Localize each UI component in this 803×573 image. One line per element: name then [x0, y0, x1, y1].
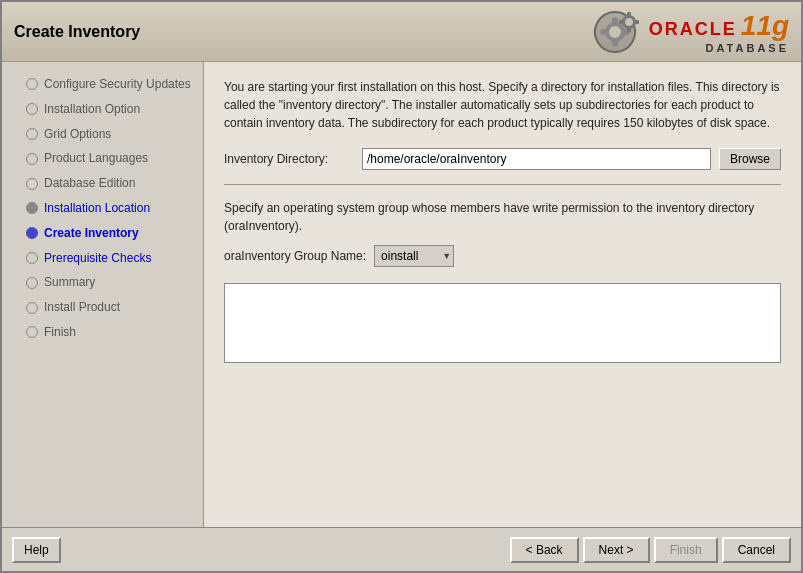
step-indicator [26, 227, 38, 239]
step-indicator [26, 277, 38, 289]
page-title: Create Inventory [14, 23, 140, 41]
oracle-brand-label: ORACLE [649, 19, 737, 40]
svg-rect-13 [627, 12, 631, 16]
body-area: Configure Security Updates Installation … [2, 62, 801, 527]
step-indicator [26, 78, 38, 90]
gear-icon [589, 6, 641, 58]
log-panel [224, 283, 781, 363]
oracle-logo: ORACLE 11g DATABASE [589, 6, 789, 58]
oracle-version-label: 11g [741, 10, 789, 42]
sidebar-item-label: Product Languages [44, 150, 148, 167]
sidebar-item-create-inventory[interactable]: Create Inventory [2, 221, 203, 246]
step-indicator [26, 178, 38, 190]
sidebar-item-database-edition: Database Edition [2, 171, 203, 196]
back-button[interactable]: < Back [510, 537, 579, 563]
step-indicator [26, 153, 38, 165]
group-description: Specify an operating system group whose … [224, 199, 781, 235]
step-indicator [26, 326, 38, 338]
svg-rect-16 [635, 20, 639, 24]
sidebar-item-installation-option: Installation Option [2, 97, 203, 122]
step-indicator [26, 103, 38, 115]
sidebar-item-summary: Summary [2, 270, 203, 295]
sidebar-item-label: Summary [44, 274, 95, 291]
section-divider [224, 184, 781, 185]
sidebar-item-grid-options: Grid Options [2, 122, 203, 147]
help-button[interactable]: Help [12, 537, 61, 563]
svg-rect-15 [619, 20, 623, 24]
sidebar-item-label: Installation Option [44, 101, 140, 118]
oracle-db-label: DATABASE [706, 42, 789, 54]
content-description: You are starting your first installation… [224, 78, 781, 132]
step-indicator [26, 128, 38, 140]
main-window: Create Inventory [0, 0, 803, 573]
footer-right: < Back Next > Finish Cancel [510, 537, 791, 563]
sidebar-item-install-product: Install Product [2, 295, 203, 320]
sidebar: Configure Security Updates Installation … [2, 62, 204, 527]
sidebar-item-installation-location[interactable]: Installation Location [2, 196, 203, 221]
sidebar-item-finish: Finish [2, 320, 203, 345]
group-name-select[interactable]: oinstall dba oper [374, 245, 454, 267]
svg-point-2 [609, 26, 621, 38]
footer: Help < Back Next > Finish Cancel [2, 527, 801, 571]
sidebar-item-product-languages: Product Languages [2, 146, 203, 171]
oracle-text: ORACLE 11g DATABASE [649, 10, 789, 54]
sidebar-item-label: Database Edition [44, 175, 135, 192]
svg-point-12 [625, 18, 633, 26]
group-name-select-wrapper: oinstall dba oper ▼ [374, 245, 454, 267]
inventory-directory-label: Inventory Directory: [224, 152, 354, 166]
group-name-row: oraInventory Group Name: oinstall dba op… [224, 245, 781, 267]
step-indicator [26, 202, 38, 214]
inventory-directory-row: Inventory Directory: Browse [224, 148, 781, 170]
browse-button[interactable]: Browse [719, 148, 781, 170]
svg-rect-14 [627, 28, 631, 32]
group-name-label: oraInventory Group Name: [224, 249, 366, 263]
cancel-button[interactable]: Cancel [722, 537, 791, 563]
step-indicator [26, 302, 38, 314]
finish-button[interactable]: Finish [654, 537, 718, 563]
next-button[interactable]: Next > [583, 537, 650, 563]
step-indicator [26, 252, 38, 264]
sidebar-item-label: Installation Location [44, 200, 150, 217]
inventory-directory-input[interactable] [362, 148, 711, 170]
content-panel: You are starting your first installation… [204, 62, 801, 527]
sidebar-item-label: Create Inventory [44, 225, 139, 242]
sidebar-item-label: Configure Security Updates [44, 76, 191, 93]
header: Create Inventory [2, 2, 801, 62]
sidebar-item-prerequisite-checks[interactable]: Prerequisite Checks [2, 246, 203, 271]
sidebar-item-label: Finish [44, 324, 76, 341]
footer-left: Help [12, 537, 61, 563]
sidebar-item-label: Grid Options [44, 126, 111, 143]
sidebar-item-configure-security-updates: Configure Security Updates [2, 72, 203, 97]
sidebar-item-label: Install Product [44, 299, 120, 316]
sidebar-item-label: Prerequisite Checks [44, 250, 151, 267]
